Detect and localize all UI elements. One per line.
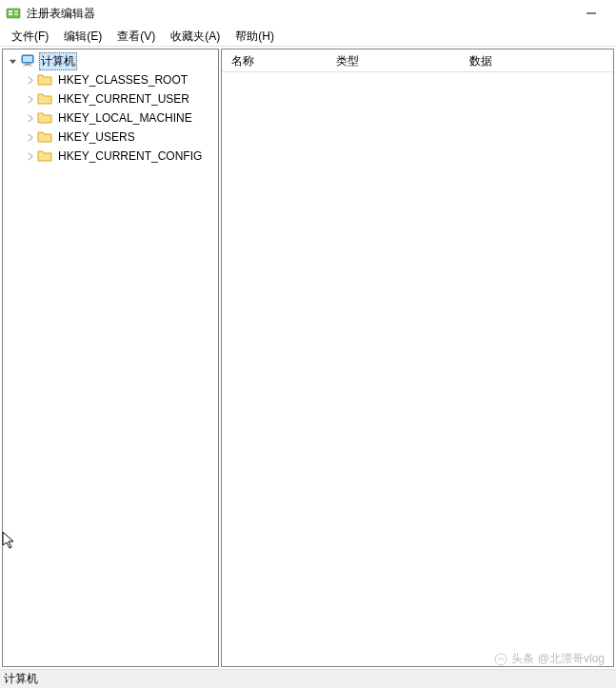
tree-pane[interactable]: 计算机 HKEY_CLASSES_ROOT HKEY_CURRENT_USER: [2, 49, 219, 667]
chevron-right-icon[interactable]: [24, 150, 35, 162]
status-path: 计算机: [4, 671, 38, 687]
list-body[interactable]: [222, 72, 613, 666]
column-type[interactable]: 类型: [327, 49, 460, 71]
tree-item-hkcu[interactable]: HKEY_CURRENT_USER: [3, 89, 218, 108]
chevron-down-icon[interactable]: [7, 55, 18, 67]
list-header: 名称 类型 数据: [222, 49, 613, 72]
computer-icon: [20, 53, 35, 69]
status-bar: 计算机: [0, 669, 616, 688]
tree-item-hku[interactable]: HKEY_USERS: [3, 128, 218, 147]
svg-rect-2: [9, 13, 12, 15]
folder-icon: [37, 129, 52, 145]
tree-root-label[interactable]: 计算机: [39, 52, 77, 70]
list-pane[interactable]: 名称 类型 数据: [221, 49, 614, 667]
tree-empty-area: [3, 166, 218, 664]
column-name[interactable]: 名称: [222, 49, 327, 71]
svg-rect-8: [25, 64, 30, 65]
chevron-right-icon[interactable]: [24, 112, 35, 124]
tree-item-label[interactable]: HKEY_LOCAL_MACHINE: [56, 110, 194, 126]
svg-point-10: [495, 654, 507, 665]
menu-view[interactable]: 查看(V): [109, 27, 163, 47]
title-bar: 注册表编辑器: [0, 0, 616, 27]
tree-item-label[interactable]: HKEY_CLASSES_ROOT: [56, 72, 189, 88]
menu-edit[interactable]: 编辑(E): [56, 27, 109, 47]
tree-item-label[interactable]: HKEY_CURRENT_CONFIG: [56, 148, 204, 164]
svg-rect-1: [9, 10, 12, 12]
menu-favorites[interactable]: 收藏夹(A): [163, 27, 228, 47]
folder-icon: [37, 110, 52, 126]
svg-rect-4: [14, 13, 18, 15]
folder-icon: [37, 91, 52, 107]
watermark: 头条 @北漂哥vlog: [494, 651, 605, 667]
tree-item-hklm[interactable]: HKEY_LOCAL_MACHINE: [3, 108, 218, 128]
tree-item-label[interactable]: HKEY_USERS: [56, 129, 137, 145]
chevron-right-icon[interactable]: [24, 131, 35, 143]
tree-item-label[interactable]: HKEY_CURRENT_USER: [56, 91, 191, 107]
tree-item-hkcc[interactable]: HKEY_CURRENT_CONFIG: [3, 147, 218, 166]
tree-item-hkcr[interactable]: HKEY_CLASSES_ROOT: [3, 70, 218, 89]
minimize-button[interactable]: [572, 0, 610, 27]
window-title: 注册表编辑器: [27, 6, 572, 22]
menu-file[interactable]: 文件(F): [4, 27, 56, 47]
tree-root-computer[interactable]: 计算机: [3, 51, 218, 70]
svg-rect-3: [14, 10, 18, 12]
content-area: 计算机 HKEY_CLASSES_ROOT HKEY_CURRENT_USER: [0, 46, 616, 669]
folder-icon: [37, 72, 52, 88]
chevron-right-icon[interactable]: [24, 74, 35, 86]
menu-bar: 文件(F) 编辑(E) 查看(V) 收藏夹(A) 帮助(H): [0, 27, 616, 46]
watermark-prefix: 头条: [511, 651, 534, 667]
menu-help[interactable]: 帮助(H): [228, 27, 282, 47]
regedit-icon: [6, 6, 21, 21]
watermark-author: @北漂哥vlog: [538, 651, 605, 667]
svg-rect-7: [23, 56, 32, 62]
chevron-right-icon[interactable]: [24, 93, 35, 105]
column-data[interactable]: 数据: [460, 49, 613, 71]
watermark-icon: [494, 653, 507, 666]
folder-icon: [37, 148, 52, 164]
svg-rect-9: [23, 65, 32, 67]
